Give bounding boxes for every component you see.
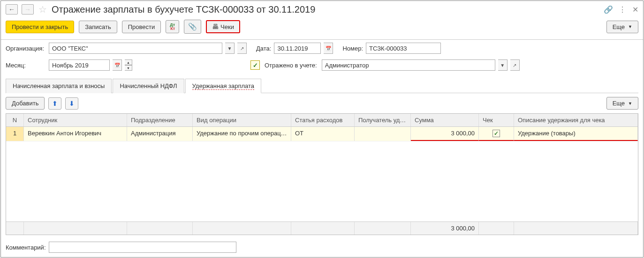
cell-employee[interactable]: Веревкин Антон Игоревич [24,127,127,141]
month-down-button[interactable]: ▼ [125,65,132,71]
col-header-sum[interactable]: Сумма [411,114,479,126]
cell-sum[interactable]: 3 000,00 [411,127,479,141]
move-up-button[interactable]: ⬆ [48,97,61,110]
date-field[interactable]: 30.11.2019 [274,43,321,54]
dt-kt-button[interactable]: ДтКт [166,20,179,33]
date-label: Дата: [256,45,271,52]
tab-more-button[interactable]: Еще▼ [606,97,638,110]
move-down-button[interactable]: ⬇ [65,97,78,110]
date-calendar-button[interactable]: 📅 [324,43,333,54]
more-vertical-icon[interactable]: ⋮ [619,5,627,14]
favorite-star-icon[interactable]: ☆ [38,4,47,15]
cell-check[interactable]: ✓ [479,127,514,141]
reflected-label: Отражено в учете: [265,62,317,69]
caret-down-icon: ▼ [628,24,632,29]
col-header-department[interactable]: Подразделение [127,114,193,126]
forward-button: → [22,4,34,15]
cell-n: 1 [6,127,24,141]
table-row[interactable]: 1 Веревкин Антон Игоревич Администрация … [6,127,638,141]
comment-label: Комментарий: [6,244,46,251]
more-button[interactable]: Еще▼ [606,21,638,33]
check-icon: ✓ [492,130,500,137]
withholdings-table: N Сотрудник Подразделение Вид операции С… [6,113,638,235]
col-header-description[interactable]: Описание удержания для чека [514,114,638,126]
tab-ndfl[interactable]: Начисленный НДФЛ [113,79,184,93]
checks-label: Чеки [220,23,234,30]
tabs: Начисленная зарплата и взносы Начисленны… [6,78,638,93]
footer-sum: 3 000,00 [411,222,479,235]
reflected-open-button[interactable]: ↗ [510,59,520,71]
add-button[interactable]: Добавить [6,97,45,110]
number-field: ТСЗК-000033 [366,43,441,54]
cell-operation[interactable]: Удержание по прочим операц… [193,127,291,141]
month-up-button[interactable]: ▲ [125,59,132,65]
checks-button[interactable]: 🖶 Чеки [206,20,240,33]
reflected-checkbox[interactable]: ✓ [250,60,260,70]
month-calendar-button[interactable]: 📅 [113,59,122,71]
link-icon[interactable]: 🔗 [604,5,613,14]
caret-down-icon: ▼ [628,101,632,106]
attachment-button[interactable]: 📎 [184,20,201,34]
cell-department[interactable]: Администрация [127,127,193,141]
printer-icon: 🖶 [212,23,219,30]
submit-close-button[interactable]: Провести и закрыть [6,21,74,33]
month-label: Месяц: [6,62,46,69]
col-header-operation[interactable]: Вид операции [193,114,291,126]
number-label: Номер: [342,45,363,52]
reflected-dropdown-button[interactable]: ▼ [498,59,508,71]
submit-button[interactable]: Провести [122,21,161,33]
dt-kt-icon: ДтКт [170,23,175,30]
page-title: Отражение зарплаты в бухучете ТСЗК-00003… [52,4,600,15]
save-button[interactable]: Записать [79,21,117,33]
col-header-check[interactable]: Чек [479,114,514,126]
org-label: Организация: [6,45,46,52]
month-field[interactable]: Ноябрь 2019 [49,59,110,71]
org-open-button[interactable]: ↗ [237,43,247,54]
col-header-recipient[interactable]: Получатель уде… [355,114,411,126]
col-header-employee[interactable]: Сотрудник [24,114,127,126]
cell-description[interactable]: Удержание (товары) [514,127,638,141]
col-header-n[interactable]: N [6,114,24,126]
tab-withheld-salary[interactable]: Удержанная зарплата [185,79,261,93]
org-dropdown-button[interactable]: ▼ [225,43,235,54]
comment-input[interactable] [49,242,236,253]
tab-salary-contributions[interactable]: Начисленная зарплата и взносы [6,79,112,93]
reflected-field[interactable]: Администратор [322,59,495,71]
cell-expense[interactable]: ОТ [291,127,355,141]
close-icon[interactable]: ✕ [632,5,638,14]
cell-recipient[interactable] [355,127,411,141]
org-field[interactable]: ООО "ТЕКС" [49,43,222,54]
back-button[interactable]: ← [6,4,18,15]
col-header-expense[interactable]: Статья расходов [291,114,355,126]
paperclip-icon: 📎 [188,22,197,31]
